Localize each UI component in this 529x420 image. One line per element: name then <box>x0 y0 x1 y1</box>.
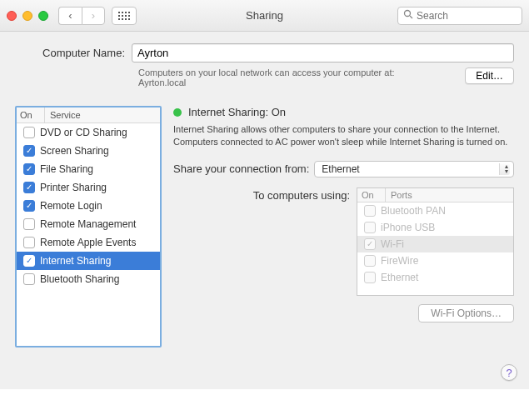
port-checkbox[interactable] <box>364 272 376 283</box>
svg-line-1 <box>410 16 412 18</box>
share-from-label: Share your connection from: <box>173 162 309 175</box>
service-checkbox[interactable] <box>23 218 35 230</box>
port-checkbox[interactable] <box>364 205 376 217</box>
status-row: Internet Sharing: On <box>173 106 514 118</box>
hostname-desc: Computers on your local network can acce… <box>138 68 456 78</box>
service-checkbox[interactable] <box>23 182 35 193</box>
service-label: Remote Apple Events <box>40 237 136 248</box>
service-checkbox[interactable] <box>23 273 35 285</box>
search-input[interactable] <box>417 10 529 22</box>
service-label: Remote Login <box>40 200 102 212</box>
service-checkbox[interactable] <box>23 163 35 175</box>
computer-name-subtext: Computers on your local network can acce… <box>138 68 514 88</box>
port-label: Bluetooth PAN <box>381 205 446 217</box>
service-checkbox[interactable] <box>23 127 35 138</box>
chevron-left-icon: ‹ <box>68 9 72 22</box>
service-label: Screen Sharing <box>40 145 109 157</box>
chevron-updown-icon: ▴▾ <box>505 164 508 174</box>
close-icon[interactable] <box>7 11 17 21</box>
port-row[interactable]: iPhone USB <box>357 219 513 236</box>
minimize-icon[interactable] <box>22 11 32 21</box>
service-checkbox[interactable] <box>23 145 35 157</box>
service-label: Printer Sharing <box>40 182 107 193</box>
port-row[interactable]: Bluetooth PAN <box>357 202 513 219</box>
ports-body: Bluetooth PANiPhone USBWi-FiFireWireEthe… <box>357 202 513 286</box>
wifi-options-row: Wi-Fi Options… <box>173 304 514 322</box>
service-row[interactable]: Remote Management <box>17 215 160 233</box>
status-dot-icon <box>173 108 182 117</box>
hostname-value: Ayrton.local <box>138 78 456 88</box>
status-title: Internet Sharing: On <box>188 106 286 118</box>
edit-hostname-button[interactable]: Edit… <box>465 68 514 84</box>
port-row[interactable]: Wi-Fi <box>357 236 513 252</box>
service-row[interactable]: Printer Sharing <box>17 178 160 197</box>
services-body: DVD or CD SharingScreen SharingFile Shar… <box>17 123 160 346</box>
computer-name-row: Computer Name: <box>15 43 514 62</box>
share-from-row: Share your connection from: Ethernet ▴▾ <box>173 161 514 178</box>
ports-header: On Ports <box>357 188 513 202</box>
service-row[interactable]: Bluetooth Sharing <box>17 270 160 288</box>
window-controls <box>7 11 48 21</box>
service-label: Internet Sharing <box>40 255 111 267</box>
help-button[interactable]: ? <box>501 364 517 381</box>
sharing-preferences-window: ‹ › Sharing Computer Name: Computers on … <box>0 0 529 389</box>
maximize-icon[interactable] <box>38 11 48 21</box>
service-row[interactable]: Remote Apple Events <box>17 233 160 252</box>
services-list[interactable]: On Service DVD or CD SharingScreen Shari… <box>15 106 162 348</box>
service-description: Internet Sharing allows other computers … <box>173 123 514 149</box>
show-all-button[interactable] <box>112 7 137 25</box>
service-label: DVD or CD Sharing <box>40 127 127 138</box>
port-checkbox[interactable] <box>364 222 376 233</box>
window-title: Sharing <box>246 9 283 22</box>
computer-name-input[interactable] <box>132 43 514 62</box>
service-checkbox[interactable] <box>23 237 35 248</box>
search-field[interactable] <box>397 7 522 25</box>
service-row[interactable]: Screen Sharing <box>17 142 160 160</box>
forward-button[interactable]: › <box>82 7 105 25</box>
port-row[interactable]: Ethernet <box>357 269 513 286</box>
service-label: Remote Management <box>40 218 136 230</box>
service-row[interactable]: File Sharing <box>17 160 160 178</box>
to-computers-label: To computers using: <box>173 188 357 296</box>
port-checkbox[interactable] <box>364 255 376 267</box>
service-row[interactable]: Internet Sharing <box>17 252 160 270</box>
service-label: File Sharing <box>40 163 93 175</box>
nav-buttons: ‹ › <box>58 7 105 25</box>
search-icon <box>403 9 413 22</box>
port-checkbox[interactable] <box>364 238 376 250</box>
col-on: On <box>17 108 45 122</box>
computer-name-label: Computer Name: <box>15 47 132 59</box>
ports-col-name: Ports <box>386 188 513 202</box>
col-service: Service <box>45 108 160 122</box>
service-row[interactable]: Remote Login <box>17 197 160 215</box>
content: Computer Name: Computers on your local n… <box>0 32 529 358</box>
main-row: On Service DVD or CD SharingScreen Shari… <box>15 106 514 348</box>
svg-point-0 <box>405 11 411 17</box>
to-computers-row: To computers using: On Ports Bluetooth P… <box>173 188 514 296</box>
port-label: FireWire <box>381 255 418 267</box>
share-from-value: Ethernet <box>322 163 359 175</box>
wifi-options-button[interactable]: Wi-Fi Options… <box>418 304 514 322</box>
titlebar: ‹ › Sharing <box>0 0 529 32</box>
service-row[interactable]: DVD or CD Sharing <box>17 123 160 142</box>
port-row[interactable]: FireWire <box>357 252 513 269</box>
service-checkbox[interactable] <box>23 255 35 267</box>
service-label: Bluetooth Sharing <box>40 273 119 285</box>
services-header: On Service <box>17 108 160 123</box>
share-from-dropdown[interactable]: Ethernet ▴▾ <box>314 161 514 178</box>
back-button[interactable]: ‹ <box>58 7 82 25</box>
port-label: Ethernet <box>381 272 418 283</box>
service-checkbox[interactable] <box>23 200 35 212</box>
ports-list[interactable]: On Ports Bluetooth PANiPhone USBWi-FiFir… <box>357 188 514 296</box>
port-label: Wi-Fi <box>381 238 404 250</box>
grid-icon <box>118 12 130 20</box>
chevron-right-icon: › <box>92 9 95 22</box>
port-label: iPhone USB <box>381 222 435 233</box>
ports-col-on: On <box>357 188 386 202</box>
footer: ? <box>0 358 529 389</box>
detail-pane: Internet Sharing: On Internet Sharing al… <box>173 106 514 348</box>
